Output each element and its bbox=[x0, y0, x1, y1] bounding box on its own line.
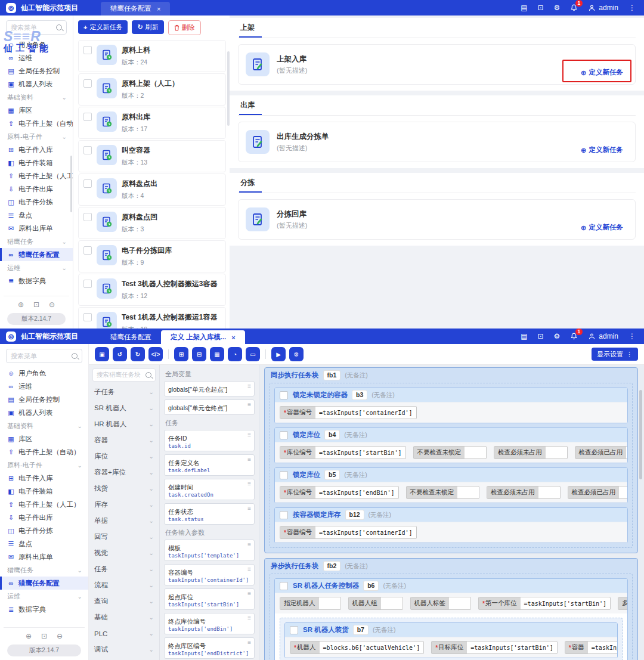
task-card[interactable]: 叫空容器版本：13 bbox=[78, 140, 226, 172]
param-value[interactable] bbox=[381, 597, 402, 609]
sidebar-group[interactable]: 猎鹰任务⌄ bbox=[0, 235, 73, 248]
save-icon-button[interactable]: ▣ bbox=[95, 347, 109, 361]
define-new-task-link[interactable]: ⊕定义新任务 bbox=[581, 145, 623, 154]
param-chip[interactable]: 检查必须已占用 bbox=[575, 446, 627, 459]
block-checkbox[interactable] bbox=[280, 391, 288, 399]
palette-category[interactable]: 容器+库位⌄ bbox=[89, 464, 159, 481]
palette-category[interactable]: PLC⌄ bbox=[89, 625, 159, 642]
sidebar-item[interactable]: ∞猎鹰任务配置 bbox=[0, 577, 88, 590]
sidebar-item[interactable]: ◫电子件分拣 bbox=[0, 196, 73, 209]
notification-bell-icon[interactable]: 1 bbox=[570, 4, 578, 12]
palette-category[interactable]: 视觉⌄ bbox=[89, 545, 159, 561]
param-value[interactable]: =taskInputs['endBin'] bbox=[315, 487, 398, 498]
block-header[interactable]: 按容器锁定库存b12(无备注) bbox=[275, 508, 627, 522]
param-chip[interactable]: 检查必须未占用 bbox=[487, 486, 561, 499]
sidebar-item[interactable]: ▦库区 bbox=[0, 104, 73, 117]
task-card[interactable]: Test 3机器人控制器搬运3容器版本：12 bbox=[78, 274, 226, 306]
comment-icon-button[interactable]: ▭ bbox=[246, 347, 260, 361]
sidebar-item[interactable]: ✉原料出库单 bbox=[0, 550, 88, 563]
palette-category[interactable]: 库位⌄ bbox=[89, 448, 159, 464]
variable-card[interactable]: 模板taskInputs['template']≡ bbox=[164, 540, 255, 561]
drag-handle-icon[interactable]: ≡ bbox=[247, 432, 251, 438]
sidebar-item[interactable]: ☰盘点 bbox=[0, 537, 88, 550]
frame-header[interactable]: 异步执行任务块fb2(无备注) bbox=[265, 559, 637, 574]
tab-close-icon[interactable]: × bbox=[231, 334, 235, 341]
code-icon-button[interactable]: </> bbox=[148, 347, 163, 361]
tab-inactive[interactable]: 猎鹰任务配置 bbox=[101, 330, 161, 344]
history-icon-button[interactable]: ◔ bbox=[228, 347, 242, 361]
sidebar-search-input[interactable]: 搜索菜单 bbox=[6, 20, 67, 35]
param-chip[interactable]: *容器=taskInputs['containerId'] bbox=[565, 641, 617, 654]
param-chip[interactable]: 检查必须未占用 bbox=[494, 446, 568, 459]
sidebar-item[interactable]: ∞运维 bbox=[0, 51, 73, 64]
variable-card[interactable]: 任务定义名task.defLabel≡ bbox=[164, 454, 255, 476]
drag-handle-icon[interactable]: ≡ bbox=[247, 615, 251, 621]
redo-icon-button[interactable]: ↻ bbox=[131, 347, 145, 361]
notification-bell-icon[interactable]: 1 bbox=[570, 332, 578, 340]
frame-header[interactable]: 同步执行任务块fb1(无备注) bbox=[265, 368, 637, 383]
param-value[interactable] bbox=[465, 447, 486, 458]
param-value[interactable]: =taskInputs['startBin'] bbox=[521, 597, 610, 609]
zoom-fit-icon[interactable]: ⊡ bbox=[33, 300, 39, 309]
palette-category[interactable]: 找货⌄ bbox=[89, 481, 159, 497]
block-header[interactable]: 锁定未锁定的容器b3(无备注) bbox=[275, 388, 627, 402]
drag-handle-icon[interactable]: ≡ bbox=[247, 541, 251, 548]
palette-search-input[interactable]: 搜索猎鹰任务块 bbox=[92, 368, 156, 382]
user-menu[interactable]: admin bbox=[588, 4, 618, 12]
more-icon[interactable]: ⋮ bbox=[628, 333, 636, 340]
palette-category[interactable]: 容器⌄ bbox=[89, 432, 159, 448]
drag-handle-icon[interactable]: ≡ bbox=[247, 383, 251, 389]
task-card[interactable]: 原料盘点出版本：4 bbox=[78, 173, 226, 206]
drag-handle-icon[interactable]: ≡ bbox=[247, 456, 251, 463]
define-new-task-button[interactable]: +定义新任务 bbox=[78, 20, 128, 34]
param-value[interactable]: =taskInputs['containerId'] bbox=[315, 407, 416, 419]
task-checkbox[interactable] bbox=[83, 313, 92, 321]
param-value[interactable] bbox=[538, 487, 560, 498]
param-value[interactable]: =taskInputs['startBin'] bbox=[315, 447, 405, 458]
zoom-fit-icon[interactable]: ⊡ bbox=[41, 632, 47, 640]
export-icon-button[interactable]: ⊟ bbox=[192, 347, 206, 361]
sidebar-item[interactable]: ⇧电子件上架（自动） bbox=[0, 117, 73, 130]
palette-category[interactable]: 任务⌄ bbox=[89, 561, 159, 577]
variable-card[interactable]: 创建时间task.createdOn≡ bbox=[164, 479, 255, 500]
canvas-scrollbar[interactable] bbox=[639, 390, 642, 479]
sidebar-item[interactable]: ☺用户角色 bbox=[0, 38, 73, 51]
palette-category[interactable]: 库存⌄ bbox=[89, 497, 159, 513]
more-icon[interactable]: ⋮ bbox=[628, 4, 636, 11]
drag-handle-icon[interactable]: ≡ bbox=[247, 590, 251, 597]
display-settings-button[interactable]: 显示设置⋮ bbox=[592, 348, 638, 361]
template-card[interactable]: 出库生成分拣单(暂无描述)⊕定义新任务 bbox=[238, 122, 636, 162]
sidebar-item[interactable]: ◧电子件装箱 bbox=[0, 485, 88, 498]
task-checkbox[interactable] bbox=[83, 113, 92, 121]
variable-card[interactable]: 起点库位taskInputs['startBin']≡ bbox=[164, 588, 255, 610]
task-checkbox[interactable] bbox=[83, 246, 92, 255]
param-chip[interactable]: *第一个库位=taskInputs['startBin'] bbox=[478, 597, 611, 610]
drag-handle-icon[interactable]: ≡ bbox=[247, 505, 251, 512]
variable-card[interactable]: 容器编号taskInputs['containerId']≡ bbox=[164, 564, 255, 585]
sidebar-item[interactable]: ≣数据字典 bbox=[0, 603, 88, 616]
settings-icon-button[interactable]: ⚙ bbox=[289, 347, 304, 361]
template-card[interactable]: 分拣回库(暂无描述)⊕定义新任务 bbox=[238, 199, 636, 240]
param-chip[interactable]: *机器人=blocks.b6['actualVehicle'] bbox=[290, 641, 424, 654]
sidebar-item[interactable]: ▤全局任务控制 bbox=[0, 393, 88, 406]
apps-icon[interactable]: ▤ bbox=[521, 4, 527, 11]
palette-category[interactable]: 基础⌄ bbox=[89, 609, 159, 625]
block-checkbox[interactable] bbox=[280, 471, 288, 479]
sidebar-group[interactable]: 猎鹰任务⌄ bbox=[0, 563, 88, 577]
sidebar-item[interactable]: ☰盘点 bbox=[0, 209, 73, 222]
gear-icon[interactable]: ⚙ bbox=[554, 4, 561, 11]
sidebar-item[interactable]: ☺用户角色 bbox=[0, 367, 88, 380]
block-checkbox[interactable] bbox=[280, 582, 288, 590]
tab-close-icon[interactable]: × bbox=[157, 5, 160, 13]
param-chip[interactable]: 检查必须已占用 bbox=[568, 486, 627, 499]
variable-card[interactable]: 任务IDtask.id≡ bbox=[164, 430, 255, 451]
task-card[interactable]: 原料上架（人工）版本：2 bbox=[78, 73, 226, 106]
sidebar-item[interactable]: ≣数据字典 bbox=[0, 274, 73, 287]
param-chip[interactable]: 指定机器人 bbox=[280, 597, 341, 610]
sidebar-item[interactable]: ∞运维 bbox=[0, 380, 88, 393]
variable-card[interactable]: globals["单元仓起点"]≡ bbox=[164, 381, 255, 396]
define-new-task-link[interactable]: ⊕定义新任务 bbox=[581, 223, 623, 232]
sidebar-item[interactable]: ⊞电子件入库 bbox=[0, 143, 73, 156]
param-chip[interactable]: *目标库位=taskInputs['startBin'] bbox=[431, 641, 558, 654]
param-chip[interactable]: *容器编号=taskInputs['containerId'] bbox=[280, 526, 417, 539]
